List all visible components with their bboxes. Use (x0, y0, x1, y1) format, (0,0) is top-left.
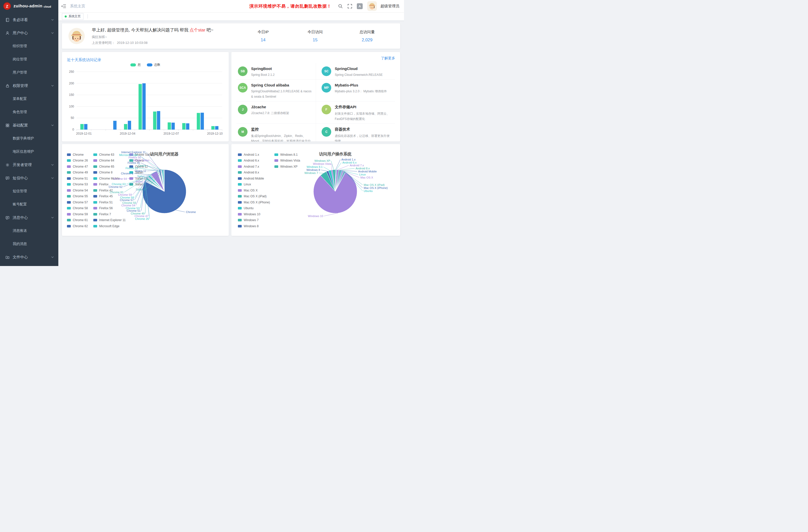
legend-item[interactable]: Linux (238, 182, 270, 188)
sidebar-subitem[interactable]: 菜单配置 (0, 92, 58, 106)
legend-item[interactable]: Android 7.x (238, 164, 270, 170)
svg-text:150: 150 (69, 93, 74, 97)
legend-item[interactable]: Internet Explorer 11 (93, 217, 126, 223)
topbar-actions: A 超级管理员 (338, 1, 400, 11)
legend-item[interactable]: Android 6.x (238, 158, 270, 164)
sidebar-item[interactable]: 消息中心 (0, 211, 58, 224)
fullscreen-icon[interactable] (347, 4, 352, 8)
tech-info: Spring Cloud alibabaSpringCloudAlibaba2.… (251, 83, 313, 99)
legend-item[interactable]: Windows Vista (274, 158, 300, 164)
legend-item[interactable]: Chrome 65 (93, 164, 126, 170)
last-login-line: 上次登录时间：2019-12-10 10:03:08 (92, 41, 213, 45)
legend-item[interactable]: Chrome Mobile (93, 176, 126, 182)
sidebar-subitem[interactable]: 地区信息维护 (0, 145, 58, 158)
legend-item[interactable]: 总数 (147, 62, 160, 67)
sidebar-item[interactable]: 权限管理 (0, 79, 58, 92)
legend-item[interactable]: Android 8.x (238, 170, 270, 176)
sidebar-subitem[interactable]: 岗位管理 (0, 53, 58, 66)
sidebar-item[interactable]: 务必详看 (0, 13, 58, 26)
tech-desc: Mybatis-plus 3.2.0： Mybatis 增强组件 (335, 89, 387, 94)
legend-item[interactable]: Firefox 56 (93, 205, 126, 212)
legend-item[interactable]: Windows XP (274, 164, 300, 170)
legend-item[interactable]: Chrome 55 (67, 194, 88, 200)
sidebar-subitem[interactable]: 组织管理 (0, 40, 58, 53)
legend-item[interactable]: Safari (129, 170, 153, 176)
font-size-icon[interactable]: A (357, 3, 363, 9)
breadcrumb[interactable]: 系统主页 (70, 4, 85, 8)
sidebar-item-label: 文件中心 (13, 255, 51, 260)
legend-item[interactable]: Chrome 47 (67, 164, 88, 170)
legend-item[interactable]: Windows 7 (238, 217, 270, 223)
username[interactable]: 超级管理员 (381, 4, 400, 8)
legend-item[interactable]: Safari 11 (129, 176, 153, 182)
legend-item[interactable]: Android Mobile (238, 176, 270, 182)
tech-badge: C (322, 127, 331, 137)
sidebar-subitem[interactable]: 我的消息 (0, 237, 58, 251)
sidebar-subitem[interactable]: 用户管理 (0, 66, 58, 79)
legend-item[interactable]: Mac OS X (iPad) (238, 194, 270, 200)
legend-item[interactable]: Ubuntu (238, 205, 270, 212)
legend-item[interactable]: Chrome 64 (93, 158, 126, 164)
legend-item[interactable]: Chrome 63 (93, 152, 126, 158)
legend-item[interactable]: Microsoft Edge (93, 223, 126, 229)
legend-item[interactable]: Safari 9 (129, 182, 153, 188)
legend-item[interactable]: Chrome 59 (67, 211, 88, 217)
legend-item[interactable]: Firefox 45 (93, 194, 126, 200)
app-logo[interactable]: Z zuihou-admin cloud (0, 0, 58, 12)
sidebar-item[interactable]: 基础配置 (0, 119, 58, 132)
legend-item[interactable]: Chrome 51 (67, 176, 88, 182)
legend-label: Chrome 51 (73, 177, 88, 180)
legend-item[interactable]: Chrome (67, 152, 88, 158)
tech-title: 文件存储API (335, 105, 392, 110)
legend-item[interactable]: Chrome 26 (67, 158, 88, 164)
legend-item[interactable]: Opera (129, 158, 153, 164)
legend-item[interactable]: Opera 12 (129, 164, 153, 170)
sidebar-subitem[interactable]: 账号配置 (0, 198, 58, 211)
legend-item[interactable]: Firefox 42 (93, 187, 126, 194)
sidebar-item[interactable]: 短信中心 (0, 171, 58, 185)
greeting-line: 早上好, 超级管理员, 今天帮别人解决问题了吗 帮我 点个star 吧~ (92, 27, 213, 33)
legend-item[interactable]: Windows 8 (238, 223, 270, 229)
legend-item[interactable]: Mac OS X (iPhone) (238, 199, 270, 205)
sidebar-item[interactable]: 文件中心 (0, 251, 58, 264)
legend-label: Mobile Safari (135, 153, 153, 157)
legend-item[interactable]: Windows 10 (238, 211, 270, 217)
sidebar-item-label: 基础配置 (13, 123, 51, 128)
legend-item[interactable]: Chrome 49 (67, 170, 88, 176)
legend-item[interactable]: Windows 8.1 (274, 152, 300, 158)
legend-label: Firefox 51 (99, 201, 113, 204)
legend-item[interactable]: Chrome 58 (67, 205, 88, 212)
legend-item[interactable]: Android 1.x (238, 152, 270, 158)
sidebar-item[interactable]: 用户中心 (0, 26, 58, 40)
legend-swatch (238, 195, 242, 198)
legend-item[interactable]: Mac OS X (238, 187, 270, 194)
learn-more-link[interactable]: 了解更多 (381, 56, 395, 61)
legend-item[interactable]: Chrome 8 (93, 170, 126, 176)
star-link[interactable]: 点个star (189, 27, 205, 33)
legend-item[interactable]: Chrome 62 (67, 223, 88, 229)
legend-item[interactable]: Chrome 61 (67, 217, 88, 223)
pie-callout-label: Windows 7 (304, 171, 318, 175)
legend-item[interactable]: Chrome 57 (67, 199, 88, 205)
tab-system-home[interactable]: 系统主页 (62, 13, 84, 20)
legend-item[interactable]: Chrome 53 (67, 182, 88, 188)
legend-item[interactable]: Chrome 54 (67, 187, 88, 194)
legend-swatch (93, 219, 97, 221)
sidebar-subitem[interactable]: 数据字典维护 (0, 132, 58, 145)
legend-item[interactable]: Mobile Safari (129, 152, 153, 158)
search-icon[interactable] (338, 4, 343, 8)
sidebar-item-label: 务必详看 (13, 18, 51, 22)
user-avatar[interactable] (367, 1, 377, 11)
legend-label: Chrome 63 (99, 153, 114, 157)
legend-item[interactable]: Firefox 7 (93, 211, 126, 217)
sidebar-subitem[interactable]: 消息推送 (0, 224, 58, 237)
legend-item[interactable]: Firefox (93, 182, 126, 188)
sidebar-item[interactable]: 开发者管理 (0, 158, 58, 171)
chevron-down-icon (51, 256, 54, 258)
legend-swatch (274, 159, 278, 162)
sidebar-subitem[interactable]: 角色管理 (0, 106, 58, 119)
sidebar-fold-button[interactable] (58, 0, 69, 12)
legend-item[interactable]: 您 (130, 62, 141, 67)
legend-item[interactable]: Firefox 51 (93, 199, 126, 205)
sidebar-subitem[interactable]: 短信管理 (0, 185, 58, 198)
